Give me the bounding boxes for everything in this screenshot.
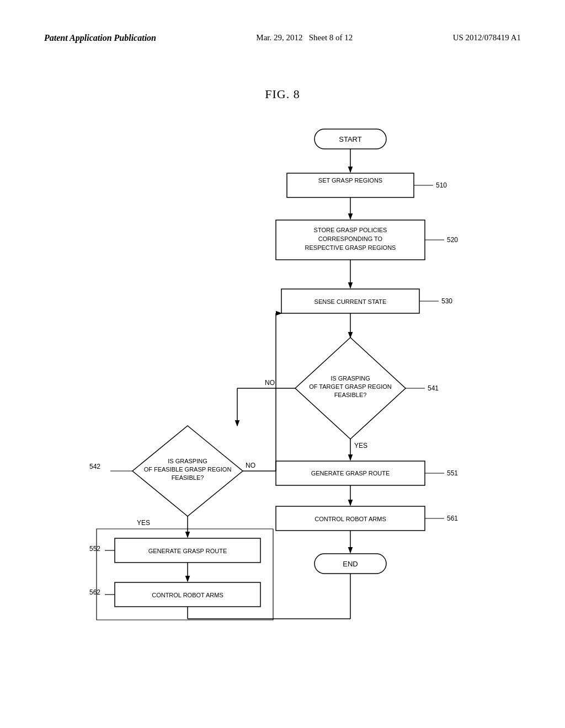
- s520-line2: CORRESPONDING TO: [318, 235, 383, 242]
- header-center: Mar. 29, 2012 Sheet 8 of 12: [256, 33, 353, 42]
- header-sheet: Sheet 8 of 12: [309, 33, 353, 42]
- s551-label: GENERATE GRASP ROUTE: [311, 470, 390, 477]
- s561-ref: 561: [447, 515, 458, 522]
- header-right: US 2012/078419 A1: [453, 33, 521, 42]
- s541-yes-label: YES: [354, 442, 367, 449]
- header: Patent Application Publication Mar. 29, …: [44, 33, 521, 43]
- s562-ref: 562: [89, 588, 100, 596]
- s520-line1: STORE GRASP POLICIES: [314, 227, 387, 233]
- s530-label: SENSE CURRENT STATE: [315, 298, 387, 305]
- s541-line3: FEASIBLE?: [334, 392, 367, 398]
- fig-title: FIG. 8: [44, 87, 521, 101]
- header-date: Mar. 29, 2012: [256, 33, 302, 42]
- s541-line2: OF TARGET GRASP REGION: [309, 383, 392, 390]
- s542-no-label: NO: [246, 462, 255, 469]
- flowchart-svg: START SET GRASP REGIONS 510 STORE GRASP …: [44, 118, 521, 670]
- s562-label: CONTROL ROBOT ARMS: [152, 592, 223, 598]
- s541-line1: IS GRASPING: [331, 375, 370, 382]
- s552-label: GENERATE GRASP ROUTE: [148, 548, 227, 554]
- s542-ref: 542: [89, 463, 100, 470]
- s542-line1: IS GRASPING: [168, 458, 207, 464]
- flowchart: START SET GRASP REGIONS 510 STORE GRASP …: [44, 118, 521, 670]
- s520-ref: 520: [447, 236, 458, 244]
- s530-ref: 530: [441, 297, 452, 305]
- s542-yes-label: YES: [137, 519, 150, 527]
- s552-ref: 552: [89, 545, 100, 553]
- s551-ref: 551: [447, 469, 458, 477]
- s561-label: CONTROL ROBOT ARMS: [315, 516, 386, 522]
- start-label: START: [339, 135, 361, 143]
- end-label: END: [343, 560, 358, 568]
- s541-ref: 541: [428, 384, 439, 392]
- s542-line3: FEASIBLE?: [172, 474, 204, 481]
- s510-ref: 510: [436, 181, 447, 189]
- s520-line3: RESPECTIVE GRASP REGIONS: [305, 244, 396, 251]
- s542-line2: OF FEASIBLE GRASP REGION: [144, 466, 232, 473]
- s510-label: SET GRASP REGIONS: [318, 177, 382, 184]
- header-left: Patent Application Publication: [44, 33, 156, 43]
- page: Patent Application Publication Mar. 29, …: [0, 0, 565, 728]
- s541-no-label: NO: [265, 379, 275, 387]
